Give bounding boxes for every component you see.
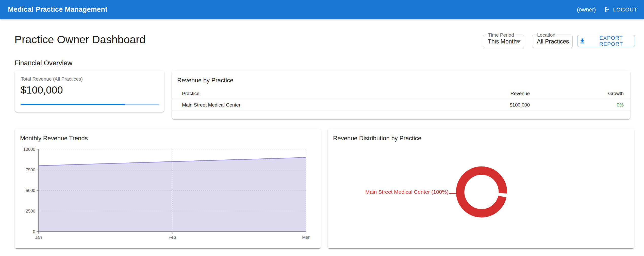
app: Medical Practice Management (owner) LOGO… — [0, 0, 644, 256]
monthly-revenue-trends-card: Monthly Revenue Trends 02500500075001000… — [15, 129, 321, 248]
logout-button[interactable]: LOGOUT — [603, 5, 638, 14]
table-row: Main Street Medical Center $100,000 0% — [172, 99, 630, 111]
user-role-label: (owner) — [577, 6, 596, 13]
download-icon — [579, 38, 586, 44]
time-period-label: Time Period — [487, 32, 516, 38]
chevron-down-icon — [565, 40, 569, 43]
svg-text:Jan: Jan — [35, 235, 42, 240]
svg-text:Main Street Medical Center (10: Main Street Medical Center (100%) — [365, 189, 449, 195]
cell-revenue: $100,000 — [454, 102, 530, 108]
location-label: Location — [536, 32, 557, 38]
trend-chart-title: Monthly Revenue Trends — [20, 135, 88, 142]
time-period-select[interactable]: Time Period This Month — [483, 35, 524, 48]
section-title-financial: Financial Overview — [14, 59, 72, 67]
page-title: Practice Owner Dashboard — [14, 33, 145, 46]
app-title: Medical Practice Management — [8, 6, 107, 13]
svg-text:7500: 7500 — [26, 168, 35, 172]
location-select[interactable]: Location All Practices — [532, 35, 573, 48]
svg-text:2500: 2500 — [26, 209, 35, 214]
table-header-row: Practice Revenue Growth — [172, 88, 630, 99]
cell-growth: 0% — [530, 102, 624, 108]
revenue-distribution-card: Revenue Distribution by Practice Main St… — [328, 129, 634, 248]
svg-text:5000: 5000 — [26, 188, 35, 193]
svg-text:Mar: Mar — [302, 235, 310, 240]
svg-text:10000: 10000 — [23, 147, 35, 152]
total-revenue-card: Total Revenue (All Practices) $100,000 — [15, 71, 164, 112]
cell-practice: Main Street Medical Center — [177, 102, 454, 108]
column-header-growth: Growth — [530, 91, 624, 96]
revenue-progress-fill — [21, 104, 125, 105]
logout-label: LOGOUT — [613, 7, 637, 13]
logout-icon — [604, 6, 610, 13]
chevron-down-icon — [516, 40, 521, 43]
monthly-revenue-area-chart: 025005000750010000JanFebMar — [20, 143, 316, 245]
total-revenue-value: $100,000 — [21, 84, 63, 96]
location-value: All Practices — [537, 38, 569, 45]
svg-text:Feb: Feb — [169, 235, 176, 240]
revenue-table: Practice Revenue Growth Main Street Medi… — [172, 88, 630, 111]
revenue-by-practice-card: Revenue by Practice Practice Revenue Gro… — [172, 71, 630, 119]
revenue-progress-bar — [21, 104, 159, 105]
revenue-table-title: Revenue by Practice — [177, 77, 233, 84]
revenue-distribution-donut-chart: Main Street Medical Center (100%) — [328, 139, 634, 246]
total-revenue-label: Total Revenue (All Practices) — [21, 76, 83, 82]
export-report-label: EXPORT REPORT — [589, 35, 633, 47]
svg-text:0: 0 — [33, 229, 35, 234]
column-header-practice: Practice — [177, 91, 454, 96]
app-bar-right: (owner) LOGOUT — [577, 0, 638, 19]
app-bar: Medical Practice Management (owner) LOGO… — [0, 0, 644, 19]
time-period-value: This Month — [488, 38, 517, 45]
column-header-revenue: Revenue — [454, 91, 530, 96]
export-report-button[interactable]: EXPORT REPORT — [577, 35, 635, 47]
